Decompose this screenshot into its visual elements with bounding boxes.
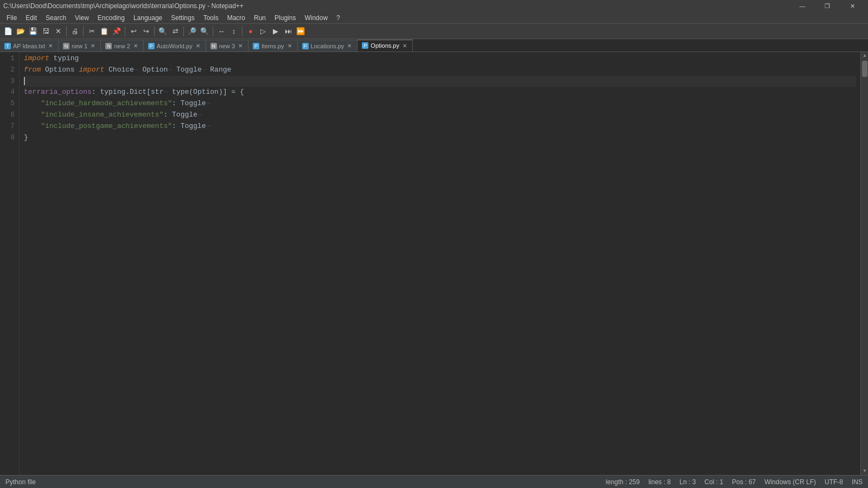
- tab-label-new2: new 2: [114, 43, 130, 49]
- status-ins: INS: [852, 478, 863, 486]
- line-num-5: 5: [2, 98, 15, 110]
- tab-close-locations[interactable]: ✕: [346, 43, 353, 49]
- toolbar-sep-7: [242, 27, 242, 36]
- tab-bar: T AP Ideas.txt ✕ N new 1 ✕ N new 2 ✕ P A…: [0, 39, 868, 52]
- menu-macro[interactable]: Macro: [223, 12, 250, 23]
- line-num-8: 8: [2, 132, 15, 144]
- tab-options[interactable]: P Options.py ✕: [358, 40, 413, 52]
- tab-autoworld[interactable]: P AutoWorld.py ✕: [144, 40, 206, 52]
- toolbar-zoom-in[interactable]: 🔎: [186, 25, 198, 37]
- menu-file[interactable]: File: [2, 12, 21, 23]
- toolbar-new[interactable]: 📄: [2, 25, 14, 37]
- menu-tools[interactable]: Tools: [199, 12, 223, 23]
- tab-locations[interactable]: P Locations.py ✕: [298, 40, 358, 52]
- tab-new1[interactable]: N new 1 ✕: [59, 40, 101, 52]
- toolbar-paste[interactable]: 📌: [111, 25, 123, 37]
- toolbar-save-all[interactable]: 🖫: [40, 25, 52, 37]
- status-col: Col : 1: [705, 478, 724, 486]
- maximize-button[interactable]: ❐: [815, 0, 840, 12]
- toolbar-run[interactable]: ●: [245, 25, 257, 37]
- menu-language[interactable]: Language: [129, 12, 167, 23]
- code-line-5: "include_hardmode_achievements": Toggle→: [24, 98, 856, 110]
- tab-close-items[interactable]: ✕: [286, 43, 293, 49]
- toolbar-replace[interactable]: ⇄: [169, 25, 181, 37]
- tab-icon-autoworld: P: [148, 43, 155, 49]
- status-file-type: Python file: [5, 478, 36, 486]
- toolbar: 📄 📂 💾 🖫 ✕ 🖨 ✂ 📋 📌 ↩ ↪ 🔍 ⇄ 🔎 🔍 ↔ ↕ ● ▷ ▶ …: [0, 24, 868, 39]
- code-line-1: import typing: [24, 53, 856, 65]
- toolbar-run4[interactable]: ⏭: [282, 25, 294, 37]
- tab-label-new3: new 3: [219, 43, 235, 49]
- toolbar-open[interactable]: 📂: [15, 25, 27, 37]
- status-line-ending: Windows (CR LF): [764, 478, 816, 486]
- tab-icon-new3: N: [210, 43, 217, 49]
- toolbar-run2[interactable]: ▷: [257, 25, 269, 37]
- menu-search[interactable]: Search: [41, 12, 71, 23]
- menu-run[interactable]: Run: [250, 12, 270, 23]
- toolbar-print[interactable]: 🖨: [69, 25, 81, 37]
- menu-view[interactable]: View: [71, 12, 93, 23]
- tab-icon-items: P: [253, 43, 259, 49]
- code-line-8: }: [24, 132, 856, 144]
- toolbar-sync-v[interactable]: ↕: [228, 25, 240, 37]
- status-bar: Python file length : 259 lines : 8 Ln : …: [0, 475, 868, 488]
- status-ln: Ln : 3: [680, 478, 696, 486]
- tab-ap-ideas[interactable]: T AP Ideas.txt ✕: [0, 40, 59, 52]
- line-num-1: 1: [2, 53, 15, 65]
- code-line-4: terraria_options: typing.Dict[str→ type(…: [24, 87, 856, 98]
- scroll-down-arrow[interactable]: ▼: [861, 467, 868, 475]
- toolbar-close[interactable]: ✕: [52, 25, 64, 37]
- tab-label-options: Options.py: [371, 42, 399, 49]
- code-editor[interactable]: import typing from Options import Choice…: [20, 52, 860, 475]
- tab-label-new1: new 1: [72, 43, 87, 49]
- tab-close-new3[interactable]: ✕: [237, 43, 244, 49]
- toolbar-run3[interactable]: ▶: [270, 25, 282, 37]
- tab-icon-new1: N: [63, 43, 69, 49]
- toolbar-sep-3: [125, 27, 125, 36]
- code-line-2: from Options import Choice→ Option→ Togg…: [24, 65, 856, 76]
- toolbar-sync-h[interactable]: ↔: [215, 25, 227, 37]
- tab-close-new2[interactable]: ✕: [132, 43, 139, 49]
- toolbar-zoom-out[interactable]: 🔍: [199, 25, 210, 37]
- menu-help[interactable]: ?: [332, 12, 344, 23]
- code-line-7: "include_postgame_achievements": Toggle→: [24, 121, 856, 132]
- menu-encoding[interactable]: Encoding: [93, 12, 129, 23]
- toolbar-sep-6: [213, 27, 213, 36]
- menu-window[interactable]: Window: [300, 12, 332, 23]
- status-length: length : 259: [605, 478, 640, 486]
- title-path-text: C:\Users\Dood\Documents\tmp\Archipelago\…: [3, 2, 244, 10]
- tab-icon-new2: N: [105, 43, 112, 49]
- toolbar-find[interactable]: 🔍: [157, 25, 169, 37]
- tab-icon-locations: P: [302, 43, 309, 49]
- tab-label-items: Items.py: [261, 43, 284, 49]
- tab-close-ap-ideas[interactable]: ✕: [47, 43, 54, 49]
- toolbar-run5[interactable]: ⏩: [295, 25, 307, 37]
- toolbar-cut[interactable]: ✂: [86, 25, 98, 37]
- tab-close-autoworld[interactable]: ✕: [195, 43, 201, 49]
- scroll-thumb[interactable]: [862, 61, 867, 77]
- tab-label-locations: Locations.py: [311, 43, 344, 49]
- toolbar-undo[interactable]: ↩: [127, 25, 139, 37]
- toolbar-save[interactable]: 💾: [27, 25, 39, 37]
- toolbar-copy[interactable]: 📋: [98, 25, 110, 37]
- tab-new2[interactable]: N new 2 ✕: [101, 40, 143, 52]
- toolbar-redo[interactable]: ↪: [140, 25, 152, 37]
- scroll-up-arrow[interactable]: ▲: [861, 52, 868, 60]
- menu-plugins[interactable]: Plugins: [270, 12, 300, 23]
- minimize-button[interactable]: —: [790, 0, 815, 12]
- tab-close-options[interactable]: ✕: [401, 43, 408, 49]
- toolbar-sep-5: [183, 27, 184, 36]
- tab-items[interactable]: P Items.py ✕: [248, 40, 298, 52]
- menu-edit[interactable]: Edit: [21, 12, 41, 23]
- menu-settings[interactable]: Settings: [167, 12, 199, 23]
- tab-close-new1[interactable]: ✕: [90, 43, 96, 49]
- line-num-4: 4: [2, 87, 15, 98]
- toolbar-sep-4: [154, 27, 155, 36]
- tab-new3[interactable]: N new 3 ✕: [206, 40, 248, 52]
- code-line-3: [24, 76, 856, 87]
- editor-area: 1 2 3 4 5 6 7 8 import typing from Optio…: [0, 52, 868, 475]
- scrollbar-vertical[interactable]: ▲ ▼: [860, 52, 868, 475]
- tab-icon-options: P: [362, 42, 368, 49]
- close-button[interactable]: ✕: [840, 0, 865, 12]
- menu-bar: File Edit Search View Encoding Language …: [0, 12, 868, 24]
